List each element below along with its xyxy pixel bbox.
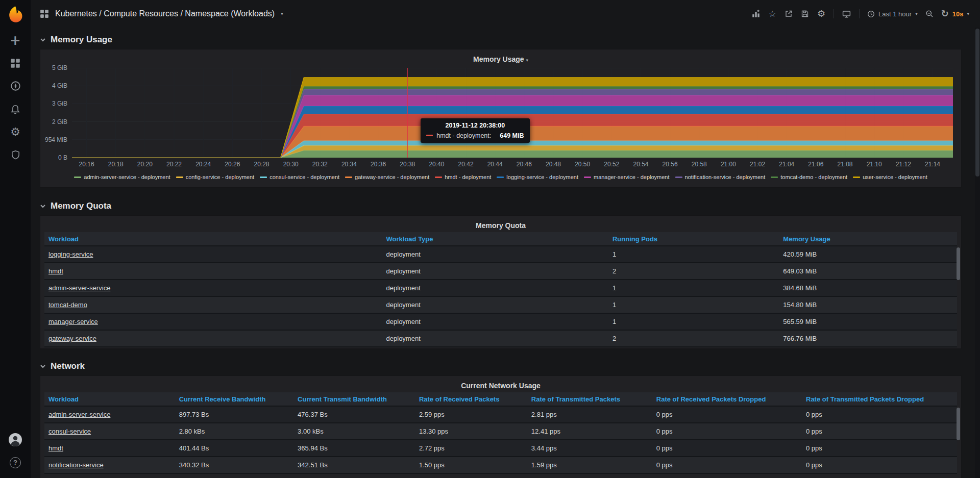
cycle-view-button[interactable] xyxy=(838,5,855,22)
dashboard-title-button[interactable]: Kubernetes / Compute Resources / Namespa… xyxy=(40,9,283,18)
workload-link[interactable]: notification-service xyxy=(48,461,104,469)
workload-link[interactable]: hmdt xyxy=(48,444,63,452)
chart-tooltip: 2019-11-12 20:38:00 hmdt - deployment: 6… xyxy=(421,118,529,143)
x-axis-label: 21:10 xyxy=(867,161,882,168)
legend-color-mark xyxy=(497,177,504,178)
panel-title-memory-usage[interactable]: Memory Usage ▾ xyxy=(45,53,956,66)
share-button[interactable] xyxy=(780,5,797,22)
x-axis-label: 20:52 xyxy=(604,161,619,168)
table-scrollbar[interactable] xyxy=(957,408,960,440)
table-cell: 1.59 pps xyxy=(527,457,652,473)
share-icon xyxy=(785,10,793,18)
legend-item[interactable]: gateway-service - deployment xyxy=(345,174,429,180)
save-icon xyxy=(801,10,809,18)
column-header-received-dropped[interactable]: Rate of Received Packets Dropped xyxy=(652,392,802,406)
add-panel-button[interactable] xyxy=(748,5,764,22)
table-cell: 365.94 Bs xyxy=(293,440,415,456)
sidebar-item-configuration[interactable]: ⚙ xyxy=(0,120,31,143)
grafana-logo[interactable] xyxy=(0,0,31,29)
sidebar-item-create[interactable]: + xyxy=(0,29,31,52)
time-range-picker[interactable]: Last 1 hour ▾ xyxy=(864,5,921,22)
column-header-workload[interactable]: Workload xyxy=(44,232,382,245)
star-icon: ☆ xyxy=(768,10,776,18)
tooltip-timestamp: 2019-11-12 20:38:00 xyxy=(426,122,524,129)
dashboard-content: Memory Usage Memory Usage ▾ 2019-11-12 2… xyxy=(31,28,975,478)
zoom-out-button[interactable] xyxy=(921,5,938,22)
column-header-receive-bandwidth[interactable]: Current Receive Bandwidth xyxy=(175,392,293,406)
column-header-transmit-bandwidth[interactable]: Current Transmit Bandwidth xyxy=(293,392,415,406)
workload-link[interactable]: admin-server-service xyxy=(48,284,110,292)
table-cell: 0 pps xyxy=(652,407,802,422)
table-cell: 897.73 Bs xyxy=(175,407,293,422)
table-cell: hmdt xyxy=(44,440,175,456)
x-axis-label: 20:38 xyxy=(400,161,415,168)
table-cell: 2.59 pps xyxy=(415,407,527,422)
column-header-memory-usage[interactable]: Memory Usage xyxy=(779,232,957,245)
table-cell: 401.44 Bs xyxy=(175,440,293,456)
section-memory-usage[interactable]: Memory Usage xyxy=(40,34,962,46)
table-row: hmdtdeployment2649.03 MiB xyxy=(44,263,957,280)
legend-item[interactable]: manager-service - deployment xyxy=(584,174,670,180)
workload-link[interactable]: manager-service xyxy=(48,318,98,325)
help-icon: ? xyxy=(10,457,21,468)
sidebar-item-help[interactable]: ? xyxy=(0,451,31,474)
legend-item[interactable]: user-service - deployment xyxy=(853,174,927,180)
star-button[interactable]: ☆ xyxy=(764,5,780,22)
memory-usage-panel: Memory Usage ▾ 2019-11-12 20:38:00 hmdt … xyxy=(40,49,962,188)
column-header-transmitted-dropped[interactable]: Rate of Transmitted Packets Dropped xyxy=(802,392,957,406)
section-network[interactable]: Network xyxy=(40,360,962,372)
bell-icon xyxy=(10,104,20,114)
column-header-running-pods[interactable]: Running Pods xyxy=(608,232,779,245)
section-memory-quota[interactable]: Memory Quota xyxy=(40,200,962,212)
sidebar-item-dashboards[interactable] xyxy=(0,52,31,74)
workload-link[interactable]: hmdt xyxy=(48,267,63,275)
x-axis-label: 21:06 xyxy=(808,161,823,168)
section-title: Memory Usage xyxy=(51,35,112,45)
legend-item[interactable]: consul-service - deployment xyxy=(260,174,339,180)
legend-item[interactable]: config-service - deployment xyxy=(176,174,255,180)
table-cell: notification-service xyxy=(44,457,175,473)
table-cell: deployment xyxy=(382,297,608,313)
user-avatar[interactable] xyxy=(0,428,31,451)
legend-color-mark xyxy=(176,177,183,178)
legend-item[interactable]: admin-server-service - deployment xyxy=(74,174,170,180)
x-axis-label: 20:26 xyxy=(225,161,240,168)
sidebar-item-alerting[interactable] xyxy=(0,97,31,120)
panel-title-memory-quota[interactable]: Memory Quota xyxy=(44,219,957,232)
legend-item[interactable]: notification-service - deployment xyxy=(675,174,766,180)
table-row: tomcat-demodeployment1154.80 MiB xyxy=(44,297,957,314)
legend-item[interactable]: logging-service - deployment xyxy=(497,174,578,180)
x-axis-label: 20:48 xyxy=(546,161,561,168)
column-header-workload[interactable]: Workload xyxy=(44,392,175,406)
legend-item[interactable]: tomcat-demo - deployment xyxy=(771,174,847,180)
column-header-received-packets[interactable]: Rate of Received Packets xyxy=(415,392,527,406)
legend-item[interactable]: hmdt - deployment xyxy=(435,174,491,180)
page-scrollbar-thumb[interactable] xyxy=(975,29,979,177)
table-row: admin-server-service897.73 Bs476.37 Bs2.… xyxy=(44,407,957,423)
column-header-transmitted-packets[interactable]: Rate of Transmitted Packets xyxy=(527,392,652,406)
workload-link[interactable]: consul-service xyxy=(48,427,91,435)
x-axis-label: 20:16 xyxy=(79,161,94,168)
sidebar-item-server-admin[interactable] xyxy=(0,143,31,166)
panel-title-network-usage[interactable]: Current Network Usage xyxy=(44,379,957,392)
save-button[interactable] xyxy=(797,5,813,22)
chevron-down-icon xyxy=(40,37,46,43)
gear-icon: ⚙ xyxy=(10,127,20,138)
tooltip-series-color-mark xyxy=(426,135,433,136)
table-scrollbar[interactable] xyxy=(957,247,960,280)
chart-plot-area[interactable]: 2019-11-12 20:38:00 hmdt - deployment: 6… xyxy=(72,68,953,158)
x-axis-label: 20:42 xyxy=(458,161,474,168)
workload-link[interactable]: admin-server-service xyxy=(48,411,110,418)
legend-color-mark xyxy=(675,177,682,178)
tooltip-series-row: hmdt - deployment: 649 MiB xyxy=(426,132,524,139)
dashboard-settings-button[interactable]: ⚙ xyxy=(813,5,829,22)
table-cell: 0 pps xyxy=(652,423,802,439)
workload-link[interactable]: tomcat-demo xyxy=(48,301,87,309)
plus-icon: + xyxy=(10,34,21,47)
refresh-button[interactable]: ↻ 10s ▾ xyxy=(938,5,973,22)
workload-link[interactable]: gateway-service xyxy=(48,335,96,342)
column-header-workload-type[interactable]: Workload Type xyxy=(382,232,608,245)
page-scrollbar[interactable] xyxy=(975,28,980,478)
sidebar-item-explore[interactable] xyxy=(0,74,31,97)
workload-link[interactable]: logging-service xyxy=(48,250,93,258)
